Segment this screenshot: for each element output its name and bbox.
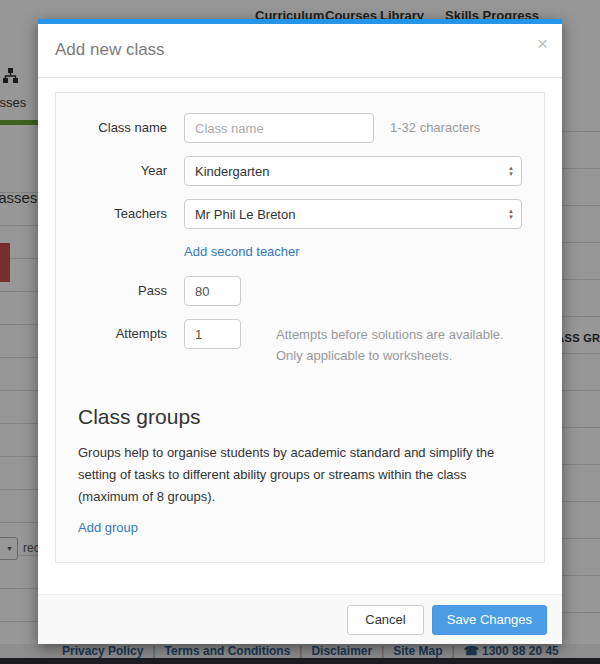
close-icon[interactable]: × (537, 34, 548, 53)
year-row: Year Kindergarten ▲▼ (78, 156, 522, 186)
modal-footer: Cancel Save Changes (38, 594, 562, 644)
class-name-input[interactable] (184, 113, 374, 143)
pass-input[interactable] (184, 276, 241, 306)
teachers-label: Teachers (78, 199, 167, 229)
attempts-row: Attempts Attempts before solutions are a… (78, 319, 522, 366)
teachers-select[interactable]: Mr Phil Le Breton ▲▼ (184, 199, 522, 229)
attempts-label: Attempts (78, 319, 167, 349)
teachers-select-value: Mr Phil Le Breton (195, 207, 295, 222)
add-group-link[interactable]: Add group (78, 520, 138, 535)
add-second-teacher-row: Add second teacher (184, 242, 522, 260)
class-name-label: Class name (78, 113, 167, 143)
year-select-value: Kindergarten (195, 164, 269, 179)
class-name-hint: 1-32 characters (390, 113, 480, 143)
teachers-row: Teachers Mr Phil Le Breton ▲▼ (78, 199, 522, 229)
modal-title: Add new class (55, 40, 165, 60)
select-arrows-icon: ▲▼ (508, 165, 514, 177)
attempts-input[interactable] (184, 319, 241, 349)
select-arrows-icon: ▲▼ (508, 208, 514, 220)
modal-header: Add new class × (38, 24, 562, 78)
form-panel: Class name 1-32 characters Year Kinderga… (55, 92, 545, 563)
class-groups-description: Groups help to organise students by acad… (78, 442, 523, 508)
year-label: Year (78, 156, 167, 186)
save-changes-button[interactable]: Save Changes (432, 605, 547, 635)
add-second-teacher-link[interactable]: Add second teacher (184, 244, 300, 259)
attempts-hint: Attempts before solutions are available.… (276, 319, 522, 366)
cancel-button[interactable]: Cancel (347, 605, 423, 635)
class-name-row: Class name 1-32 characters (78, 113, 522, 143)
year-select[interactable]: Kindergarten ▲▼ (184, 156, 522, 186)
add-new-class-modal: Add new class × Class name 1-32 characte… (38, 19, 562, 644)
pass-row: Pass (78, 276, 522, 306)
class-groups-title: Class groups (78, 405, 522, 429)
pass-label: Pass (78, 276, 167, 306)
